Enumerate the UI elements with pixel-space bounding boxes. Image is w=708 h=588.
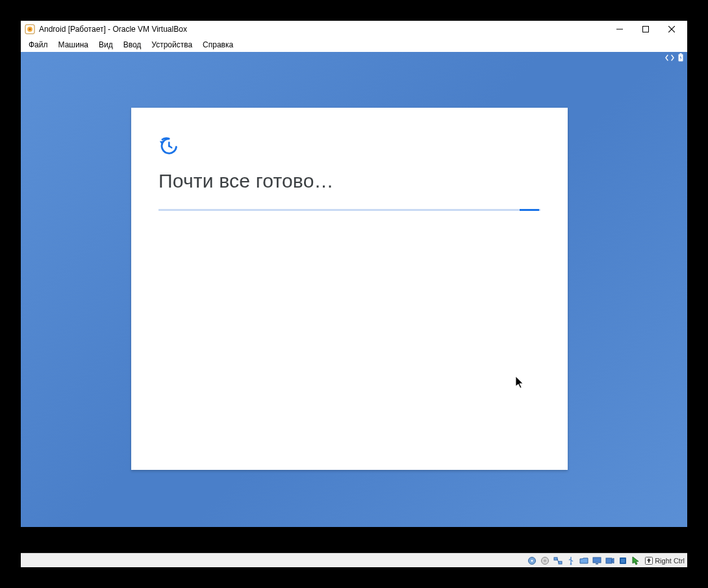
progress-indicator — [520, 209, 539, 211]
menu-help[interactable]: Справка — [197, 39, 238, 51]
titlebar: Android [Работает] - Oracle VM VirtualBo… — [21, 21, 687, 38]
virtualbox-window: Android [Работает] - Oracle VM VirtualBo… — [21, 21, 687, 567]
vm-display-area: Почти все готово… — [21, 52, 687, 553]
maximize-button[interactable] — [633, 21, 659, 38]
mouse-integration-icon[interactable] — [631, 556, 641, 566]
host-key-indicator[interactable]: Right Ctrl — [644, 557, 685, 565]
display-icon[interactable] — [592, 556, 602, 566]
optical-disk-icon[interactable] — [540, 556, 550, 566]
menu-view[interactable]: Вид — [94, 39, 118, 51]
android-navbar — [21, 527, 687, 553]
android-statusbar — [665, 53, 683, 62]
setup-card: Почти все готово… — [131, 108, 568, 470]
svg-rect-20 — [559, 561, 562, 564]
minimize-button[interactable] — [607, 21, 633, 38]
menubar: Файл Машина Вид Ввод Устройства Справка — [21, 38, 687, 52]
svg-line-21 — [557, 559, 559, 563]
svg-rect-4 — [643, 27, 649, 32]
audio-icon[interactable] — [618, 556, 628, 566]
svg-point-16 — [531, 559, 533, 561]
svg-line-13 — [169, 146, 171, 148]
virtualbox-app-icon — [25, 24, 35, 34]
progress-bar — [158, 209, 540, 211]
setup-title: Почти все готово… — [158, 170, 540, 192]
restore-icon — [158, 136, 540, 158]
android-screen[interactable]: Почти все готово… — [21, 52, 687, 553]
host-key-label: Right Ctrl — [655, 557, 685, 565]
menu-devices[interactable]: Устройства — [146, 39, 197, 51]
recording-icon[interactable] — [605, 556, 615, 566]
virtualbox-statusbar: Right Ctrl — [21, 553, 687, 567]
menu-file[interactable]: Файл — [23, 39, 53, 51]
svg-rect-28 — [621, 559, 625, 563]
svg-marker-26 — [612, 558, 614, 563]
svg-rect-23 — [593, 557, 601, 563]
svg-rect-7 — [680, 53, 682, 55]
svg-point-22 — [570, 563, 572, 565]
battery-icon — [678, 53, 683, 62]
menu-input[interactable]: Ввод — [118, 39, 147, 51]
shared-folder-icon[interactable] — [579, 556, 589, 566]
adb-icon — [665, 54, 674, 62]
svg-marker-29 — [633, 557, 638, 565]
menu-machine[interactable]: Машина — [53, 39, 94, 51]
usb-icon[interactable] — [566, 556, 576, 566]
network-icon[interactable] — [553, 556, 563, 566]
close-button[interactable] — [659, 21, 685, 38]
window-title: Android [Работает] - Oracle VM VirtualBo… — [39, 25, 187, 34]
svg-point-18 — [544, 559, 546, 561]
svg-rect-19 — [554, 557, 557, 560]
svg-rect-24 — [596, 563, 598, 565]
svg-rect-25 — [606, 558, 612, 563]
hard-disk-icon[interactable] — [527, 556, 537, 566]
svg-point-2 — [29, 28, 31, 30]
